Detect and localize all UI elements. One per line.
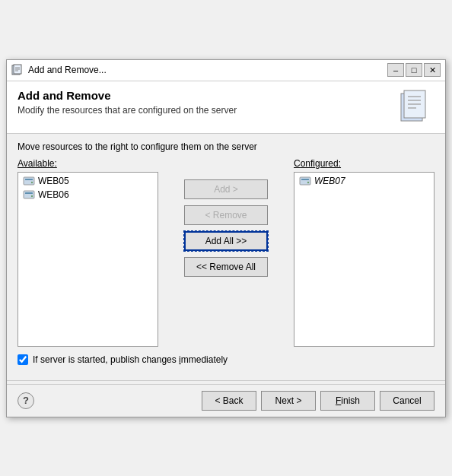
add-all-button[interactable]: Add All >>: [184, 231, 268, 251]
header-text-block: Add and Remove Modify the resources that…: [18, 89, 237, 116]
lists-area: Available: WEB05: [18, 158, 434, 347]
svg-rect-14: [24, 191, 34, 198]
main-content: Move resources to the right to configure…: [7, 134, 445, 377]
header-subtitle: Modify the resources that are configured…: [18, 105, 237, 116]
transfer-buttons: Add > < Remove Add All >> << Remove All: [158, 158, 294, 277]
publish-checkbox[interactable]: [18, 354, 28, 365]
instruction-text: Move resources to the right to configure…: [18, 141, 434, 152]
svg-rect-18: [301, 179, 309, 180]
title-bar-text: Add and Remove...: [28, 65, 383, 75]
list-item[interactable]: WEB06: [20, 188, 156, 202]
svg-point-19: [307, 181, 309, 182]
configured-section: Configured: WEB07: [294, 158, 434, 347]
header-title: Add and Remove: [18, 89, 237, 102]
list-item[interactable]: WEB07: [296, 174, 432, 188]
server-icon: [23, 176, 35, 186]
title-bar-icon: [11, 64, 24, 76]
close-button[interactable]: ✕: [424, 63, 441, 77]
title-bar-buttons: – □ ✕: [387, 63, 441, 77]
svg-point-16: [31, 195, 33, 196]
help-button[interactable]: ?: [18, 392, 34, 409]
checkbox-label[interactable]: If server is started, publish changes im…: [33, 354, 228, 365]
header-section: Add and Remove Modify the resources that…: [7, 81, 445, 134]
footer: ? < Back Next > Finish Cancel: [7, 384, 445, 417]
configured-list[interactable]: WEB07: [294, 172, 434, 347]
svg-rect-12: [25, 179, 33, 180]
dialog-window: Add and Remove... – □ ✕ Add and Remove M…: [6, 59, 446, 417]
add-button[interactable]: Add >: [184, 179, 268, 199]
checkbox-section: If server is started, publish changes im…: [18, 347, 434, 370]
svg-rect-11: [24, 177, 34, 185]
back-button[interactable]: < Back: [202, 391, 256, 411]
title-bar: Add and Remove... – □ ✕: [7, 60, 445, 81]
minimize-button[interactable]: –: [387, 63, 404, 77]
cancel-button[interactable]: Cancel: [380, 391, 434, 411]
svg-rect-15: [25, 192, 33, 194]
configured-label: Configured:: [294, 158, 434, 169]
list-item[interactable]: WEB05: [20, 174, 156, 188]
server-icon: [299, 176, 311, 186]
available-label: Available:: [18, 158, 158, 169]
svg-point-13: [31, 181, 33, 182]
server-icon: [23, 189, 35, 200]
finish-button[interactable]: Finish: [320, 391, 375, 411]
documents-icon: [398, 89, 434, 125]
divider: [7, 380, 445, 381]
available-list[interactable]: WEB05 WEB06: [18, 172, 158, 347]
svg-rect-17: [300, 177, 310, 185]
remove-button[interactable]: < Remove: [184, 205, 268, 225]
next-button[interactable]: Next >: [261, 391, 316, 411]
remove-all-button[interactable]: << Remove All: [184, 257, 268, 277]
available-section: Available: WEB05: [18, 158, 158, 347]
maximize-button[interactable]: □: [406, 63, 422, 77]
